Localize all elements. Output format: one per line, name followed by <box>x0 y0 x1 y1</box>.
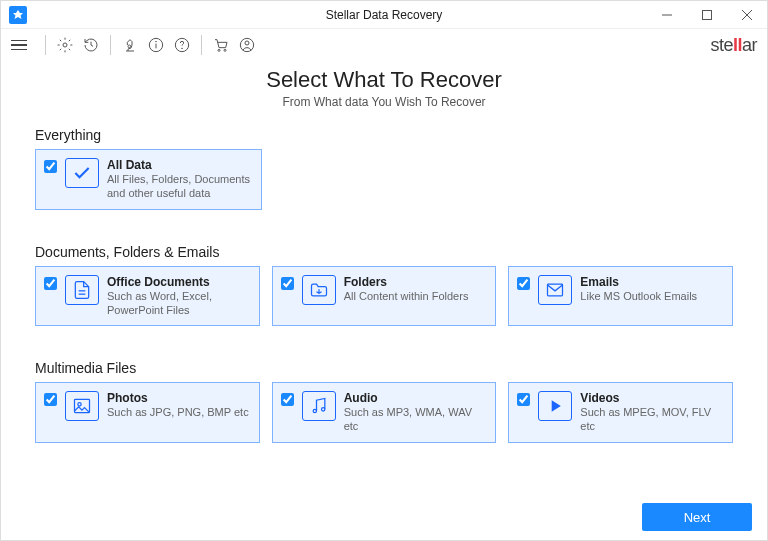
gear-icon[interactable] <box>55 35 75 55</box>
section-label-media: Multimedia Files <box>35 360 733 376</box>
card-title: Photos <box>107 391 249 405</box>
card-desc: Like MS Outlook Emails <box>580 289 697 303</box>
check-icon <box>65 158 99 188</box>
page-subtitle: From What data You Wish To Recover <box>35 95 733 109</box>
svg-rect-1 <box>703 10 712 19</box>
separator <box>201 35 202 55</box>
svg-point-11 <box>218 49 220 51</box>
card-emails[interactable]: Emails Like MS Outlook Emails <box>508 266 733 327</box>
user-icon[interactable] <box>237 35 257 55</box>
svg-point-5 <box>128 45 131 48</box>
separator <box>110 35 111 55</box>
card-desc: Such as Word, Excel, PowerPoint Files <box>107 289 251 318</box>
card-all-data[interactable]: All Data All Files, Folders, Documents a… <box>35 149 262 210</box>
mail-icon <box>538 275 572 305</box>
minimize-button[interactable] <box>647 1 687 29</box>
card-folders[interactable]: Folders All Content within Folders <box>272 266 497 327</box>
card-desc: Such as JPG, PNG, BMP etc <box>107 405 249 419</box>
checkbox-audio[interactable] <box>281 393 294 406</box>
window-title: Stellar Data Recovery <box>326 8 443 22</box>
card-title: Emails <box>580 275 697 289</box>
svg-point-8 <box>156 41 157 42</box>
checkbox-all-data[interactable] <box>44 160 57 173</box>
card-audio[interactable]: Audio Such as MP3, WMA, WAV etc <box>272 382 497 443</box>
card-title: Folders <box>344 275 469 289</box>
checkbox-office[interactable] <box>44 277 57 290</box>
svg-point-10 <box>182 48 183 49</box>
cart-icon[interactable] <box>211 35 231 55</box>
section-label-everything: Everything <box>35 127 733 143</box>
svg-point-4 <box>63 43 67 47</box>
separator <box>45 35 46 55</box>
card-title: All Data <box>107 158 253 172</box>
music-icon <box>302 391 336 421</box>
card-desc: Such as MPEG, MOV, FLV etc <box>580 405 724 434</box>
help-icon[interactable] <box>172 35 192 55</box>
next-button[interactable]: Next <box>642 503 752 531</box>
card-desc: Such as MP3, WMA, WAV etc <box>344 405 488 434</box>
page-title: Select What To Recover <box>35 67 733 93</box>
card-title: Videos <box>580 391 724 405</box>
menu-icon[interactable] <box>11 35 31 55</box>
svg-point-20 <box>313 410 316 413</box>
svg-point-12 <box>224 49 226 51</box>
title-bar: Stellar Data Recovery <box>1 1 767 29</box>
main-content: Select What To Recover From What data Yo… <box>1 61 767 443</box>
svg-marker-22 <box>552 400 561 412</box>
checkbox-emails[interactable] <box>517 277 530 290</box>
checkbox-photos[interactable] <box>44 393 57 406</box>
maximize-button[interactable] <box>687 1 727 29</box>
toolbar: stellar <box>1 29 767 61</box>
card-videos[interactable]: Videos Such as MPEG, MOV, FLV etc <box>508 382 733 443</box>
folder-icon <box>302 275 336 305</box>
svg-rect-17 <box>548 284 563 296</box>
card-office-documents[interactable]: Office Documents Such as Word, Excel, Po… <box>35 266 260 327</box>
clock-back-icon[interactable] <box>81 35 101 55</box>
photo-icon <box>65 391 99 421</box>
window-controls <box>647 1 767 29</box>
section-label-docs: Documents, Folders & Emails <box>35 244 733 260</box>
app-icon <box>9 6 27 24</box>
checkbox-folders[interactable] <box>281 277 294 290</box>
document-icon <box>65 275 99 305</box>
svg-point-19 <box>78 403 81 406</box>
brand-logo: stellar <box>710 35 757 56</box>
card-photos[interactable]: Photos Such as JPG, PNG, BMP etc <box>35 382 260 443</box>
svg-point-14 <box>245 41 249 45</box>
play-icon <box>538 391 572 421</box>
checkbox-videos[interactable] <box>517 393 530 406</box>
svg-point-21 <box>321 408 324 411</box>
card-title: Audio <box>344 391 488 405</box>
close-button[interactable] <box>727 1 767 29</box>
footer: Next <box>642 503 752 531</box>
info-icon[interactable] <box>146 35 166 55</box>
microscope-icon[interactable] <box>120 35 140 55</box>
card-desc: All Content within Folders <box>344 289 469 303</box>
card-title: Office Documents <box>107 275 251 289</box>
card-desc: All Files, Folders, Documents and other … <box>107 172 253 201</box>
